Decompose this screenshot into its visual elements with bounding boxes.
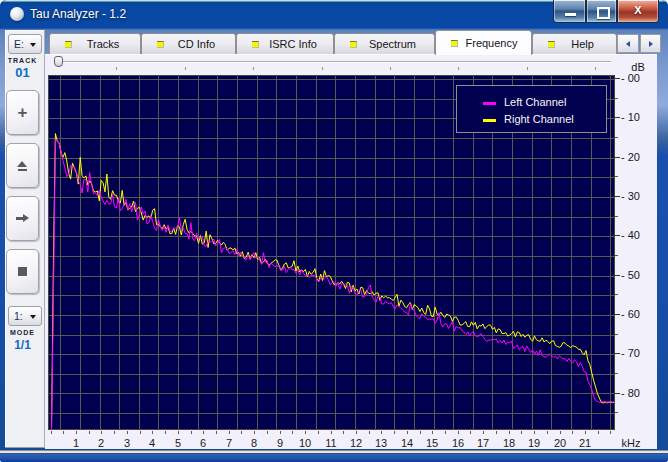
khz-tick-label: 15 [420,437,444,449]
khz-tick [369,431,370,434]
slider-tick [185,67,186,70]
slider-tick [595,67,596,70]
legend-swatch [483,119,496,122]
close-button[interactable]: X [617,0,659,23]
db-tick-label: - 00 [621,72,655,84]
db-tick-label: - 60 [621,308,655,320]
khz-tick [229,431,230,434]
tab-label: Frequency [458,37,531,49]
khz-tick [89,431,90,434]
khz-tick [51,431,52,434]
tab-spectrum[interactable]: Spectrum [334,33,435,54]
track-number: 01 [0,65,45,80]
db-tick-minor [615,334,618,335]
db-tick-minor [615,216,618,217]
khz-tick [216,431,217,434]
khz-tick [318,431,319,434]
khz-tick [140,431,141,434]
minimize-icon [565,13,576,16]
legend-swatch [483,102,496,105]
tab-led-icon [350,41,357,48]
khz-tick [76,431,77,434]
tab-led-icon [451,40,458,47]
khz-tick [483,431,484,434]
khz-tick [445,431,446,434]
tab-scroll-right-button[interactable] [640,34,661,53]
tab-isrc-info[interactable]: ISRC Info [236,33,334,54]
tab-label: Help [555,38,616,50]
db-tick-major [615,314,620,315]
tab-led-icon [157,41,164,48]
khz-tick [420,431,421,434]
khz-tick [610,431,611,434]
stop-button[interactable] [6,249,39,294]
db-tick-major [615,275,620,276]
khz-tick [63,431,64,434]
db-tick-minor [615,255,618,256]
khz-tick [331,431,332,434]
khz-tick-label: 19 [522,437,546,449]
khz-tick [203,431,204,434]
minimize-button[interactable] [553,0,586,23]
khz-tick [572,431,573,434]
tab-tracks[interactable]: Tracks [49,33,141,54]
mode-caption: MODE [0,329,45,336]
tab-frequency[interactable]: Frequency [435,30,532,55]
slider-tick [458,67,459,70]
db-tick-label: - 10 [621,111,655,123]
slider-tick [390,67,391,70]
mode-combo[interactable]: 1: [8,306,42,326]
khz-tick [165,431,166,434]
khz-tick [407,431,408,434]
app-window: Tau Analyzer - 1.2 X TracksCD InfoISRC I… [0,0,668,462]
khz-tick [381,431,382,434]
khz-tick-label: 3 [115,437,139,449]
db-axis-unit: dB [626,61,650,73]
eject-button[interactable] [6,143,39,188]
db-tick-major [615,353,620,354]
khz-tick-label: 20 [548,437,572,449]
tab-scroll-left-button[interactable] [617,34,639,53]
khz-tick-label: 18 [497,437,521,449]
stop-icon [7,250,38,293]
khz-tick-label: 4 [140,437,164,449]
legend-label: Left Channel [504,96,566,108]
db-tick-minor [615,98,618,99]
position-slider-thumb[interactable] [54,56,63,67]
khz-tick [178,431,179,434]
khz-tick [292,431,293,434]
db-tick-label: - 50 [621,269,655,281]
drive-combo[interactable]: E: [8,34,42,54]
khz-tick [598,431,599,434]
next-button[interactable] [6,196,39,241]
slider-tick [527,67,528,70]
add-button[interactable]: + [6,90,39,135]
db-tick-label: - 20 [621,151,655,163]
db-tick-label: - 80 [621,387,655,399]
khz-tick [356,431,357,434]
khz-tick [521,431,522,434]
khz-tick [280,431,281,434]
tab-label: ISRC Info [259,38,333,50]
tab-led-icon [548,41,555,48]
tab-led-icon [252,41,259,48]
khz-tick [343,431,344,434]
scroll-left-icon [626,41,630,47]
next-icon [7,197,38,240]
tab-label: Tracks [72,38,140,50]
tab-led-icon [65,41,72,48]
window-title: Tau Analyzer - 1.2 [30,7,126,21]
maximize-button[interactable] [586,0,617,23]
combo-value: 1: [14,310,23,322]
position-slider-track[interactable] [57,61,611,63]
tab-label: CD Info [164,38,235,50]
khz-tick-label: 17 [471,437,495,449]
series-left-channel [52,139,615,429]
tab-help[interactable]: Help [532,33,617,54]
tab-cd-info[interactable]: CD Info [141,33,236,54]
khz-tick [152,431,153,434]
title-bar[interactable]: Tau Analyzer - 1.2 X [0,0,668,28]
track-caption: TRACK [0,57,45,64]
khz-tick [458,431,459,434]
khz-tick-label: 9 [268,437,292,449]
